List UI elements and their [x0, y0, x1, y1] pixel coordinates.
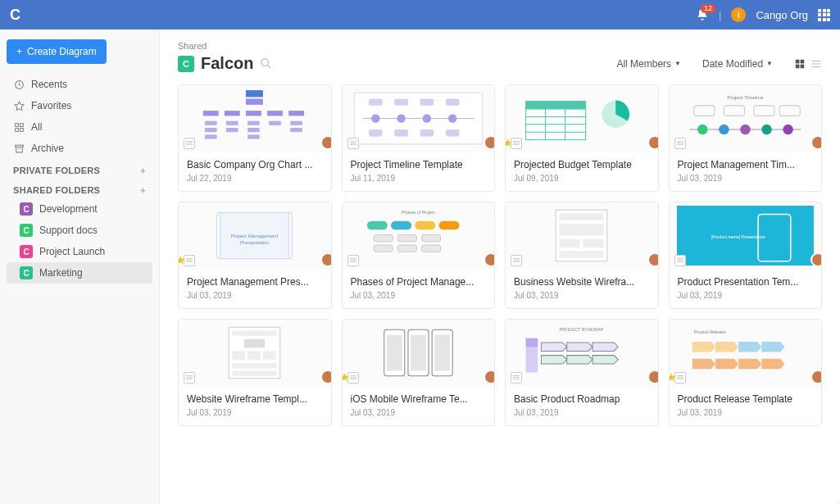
diagram-card[interactable]: Project ManagementPresentation★Project M… [178, 202, 332, 309]
svg-rect-16 [203, 111, 219, 116]
grid-view-icon[interactable] [794, 58, 806, 70]
members-filter[interactable]: All Members ▼ [616, 58, 681, 70]
diagram-card[interactable]: ★iOS Mobile Wireframe Te...Jul 03, 2019 [342, 319, 496, 426]
card-thumbnail: Project Timeline [670, 85, 822, 152]
svg-rect-9 [796, 64, 800, 68]
card-date: Jul 09, 2019 [514, 174, 650, 183]
diagram-card[interactable]: Project Timeline TemplateJul 11, 2019 [342, 84, 496, 192]
shared-folders-header: SHARED FOLDERS + [7, 179, 152, 198]
card-title: Business Website Wirefra... [514, 276, 650, 288]
card-title: Project Management Pres... [187, 276, 323, 288]
app-logo[interactable]: C [10, 7, 20, 24]
nav-favorites[interactable]: Favorites [7, 95, 152, 116]
sort-dropdown[interactable]: Date Modified ▼ [702, 58, 773, 70]
org-name[interactable]: Cango Org [756, 9, 808, 21]
svg-rect-72 [415, 221, 435, 229]
add-shared-folder[interactable]: + [140, 185, 146, 195]
svg-rect-4 [20, 128, 23, 131]
folder-badge-icon: C [20, 266, 33, 279]
diagram-card[interactable]: Basic Company Org Chart ...Jul 22, 2019 [178, 84, 332, 192]
private-folders-header: PRIVATE FOLDERS + [7, 159, 152, 179]
svg-rect-41 [446, 99, 460, 106]
svg-rect-2 [20, 123, 23, 126]
card-thumbnail [179, 320, 331, 387]
svg-point-59 [740, 125, 751, 135]
svg-rect-17 [225, 111, 240, 116]
diagram-card[interactable]: ★Projected Budget TemplateJul 09, 2019 [505, 84, 659, 192]
notifications-button[interactable]: 12 [696, 8, 709, 21]
svg-text:[Product name] Presentation: [Product name] Presentation [711, 234, 765, 239]
svg-point-34 [371, 115, 379, 123]
svg-rect-96 [233, 371, 277, 376]
nav-archive[interactable]: Archive [7, 138, 152, 159]
svg-rect-102 [434, 335, 450, 371]
card-date: Jul 03, 2019 [351, 408, 487, 417]
owner-avatar [320, 252, 332, 267]
folder-item[interactable]: CSupport docs [7, 220, 152, 241]
star-icon: ★ [342, 370, 350, 384]
diagram-card[interactable]: Project TimelineProject Management Tim..… [669, 84, 823, 192]
diagram-card[interactable]: Website Wireframe Templ...Jul 03, 2019 [178, 319, 332, 426]
doc-type-icon [184, 138, 195, 149]
page-title: Falcon [201, 54, 253, 73]
svg-rect-28 [247, 135, 260, 139]
breadcrumb[interactable]: Shared [178, 41, 822, 51]
diagram-card[interactable]: Phases of ProjectPhases of Project Manag… [342, 202, 496, 309]
svg-rect-30 [291, 121, 303, 125]
doc-type-icon [347, 255, 359, 266]
add-private-folder[interactable]: + [140, 166, 146, 175]
card-date: Jul 11, 2019 [351, 174, 487, 183]
card-title: Website Wireframe Templ... [187, 393, 323, 405]
svg-rect-14 [246, 91, 263, 98]
svg-rect-84 [583, 239, 604, 247]
owner-avatar [320, 370, 332, 384]
dropdown-label: Date Modified [702, 58, 763, 70]
svg-rect-44 [420, 130, 434, 137]
card-thumbnail: ★ [506, 85, 658, 152]
star-icon: ★ [669, 370, 677, 384]
svg-rect-8 [801, 59, 805, 63]
svg-rect-42 [369, 130, 383, 137]
svg-point-57 [697, 125, 708, 135]
doc-type-icon [347, 138, 359, 149]
org-avatar[interactable]: i [731, 7, 746, 22]
folder-item[interactable]: CMarketing [7, 262, 152, 284]
folder-item[interactable]: CDevelopment [7, 198, 152, 220]
svg-rect-39 [394, 99, 408, 106]
search-icon[interactable] [260, 57, 272, 70]
svg-point-36 [422, 115, 430, 123]
folder-item[interactable]: CProject Launch [7, 241, 152, 262]
svg-rect-101 [411, 335, 426, 371]
card-thumbnail: PRODUCT ROADMAP [506, 320, 658, 387]
svg-rect-27 [247, 128, 260, 132]
diagram-card[interactable]: Product Release★Product Release Template… [669, 319, 823, 426]
nav-recents[interactable]: Recents [7, 74, 152, 95]
nav-all[interactable]: All [7, 116, 152, 138]
card-date: Jul 03, 2019 [678, 408, 814, 417]
svg-rect-38 [369, 99, 383, 106]
svg-rect-20 [288, 111, 304, 116]
svg-rect-76 [421, 235, 440, 242]
card-thumbnail: ★ [343, 320, 495, 387]
card-thumbnail: Project ManagementPresentation★ [179, 202, 331, 270]
svg-rect-85 [560, 252, 604, 258]
owner-avatar [320, 135, 332, 150]
owner-avatar [484, 252, 495, 267]
grid-icon [13, 121, 25, 133]
svg-rect-77 [374, 245, 393, 252]
diagram-card[interactable]: Business Website Wirefra...Jul 03, 2019 [505, 202, 659, 309]
diagram-card[interactable]: PRODUCT ROADMAPBasic Product RoadmapJul … [505, 319, 659, 426]
svg-rect-5 [15, 145, 23, 147]
diagram-card[interactable]: [Product name] PresentationProduct Prese… [669, 202, 823, 309]
list-view-icon[interactable] [810, 58, 822, 70]
owner-avatar [484, 370, 495, 384]
card-thumbnail: [Product name] Presentation [670, 202, 822, 270]
card-title: Product Presentation Tem... [678, 276, 814, 288]
svg-rect-24 [226, 121, 238, 125]
apps-grid-icon[interactable] [818, 9, 830, 21]
owner-avatar [647, 370, 659, 384]
svg-text:PRODUCT ROADMAP: PRODUCT ROADMAP [560, 328, 604, 333]
owner-avatar [647, 135, 659, 150]
create-diagram-button[interactable]: + Create Diagram [7, 39, 107, 64]
svg-rect-82 [560, 224, 604, 236]
